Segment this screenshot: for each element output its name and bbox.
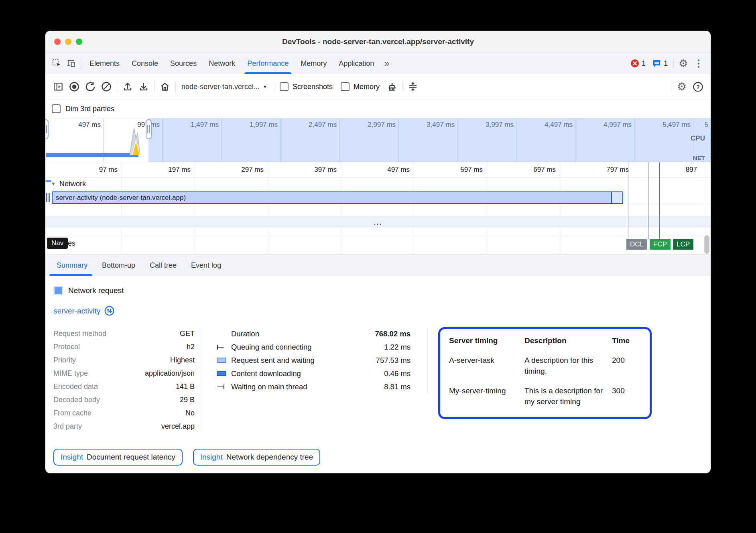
titlebar: DevTools - node-server-tan.vercel.app/se… xyxy=(45,31,711,53)
customize-menu-button[interactable]: ⋮ xyxy=(691,58,707,69)
help-button[interactable]: ? xyxy=(690,79,706,95)
track-resize-handle[interactable] xyxy=(46,193,50,202)
three-dots-icon: ⋮ xyxy=(694,58,703,69)
profile-select[interactable]: node-server-tan.vercel... ▼ xyxy=(178,83,270,91)
fcp-badge[interactable]: FCP xyxy=(650,239,671,250)
memory-checkbox[interactable]: Memory xyxy=(337,82,384,91)
track-overflow-ellipsis[interactable]: … xyxy=(45,217,711,227)
network-request-bar[interactable]: server-activity (node-server-tan.vercel.… xyxy=(52,191,623,204)
network-request-bar-label: server-activity (node-server-tan.vercel.… xyxy=(56,194,186,202)
tab-elements[interactable]: Elements xyxy=(83,53,126,74)
field-row: From cacheNo xyxy=(53,407,195,420)
field-row: Request methodGET xyxy=(53,327,195,340)
home-button[interactable] xyxy=(157,79,173,95)
divider xyxy=(273,81,273,92)
ruler-tick: 97 ms xyxy=(45,162,122,177)
minimize-window-button[interactable] xyxy=(65,39,71,45)
tab-call-tree[interactable]: Call tree xyxy=(142,255,184,276)
inspect-element-button[interactable] xyxy=(49,56,64,71)
message-badge[interactable]: 1 xyxy=(652,59,668,68)
tab-performance[interactable]: Performance xyxy=(241,53,295,74)
save-profile-button[interactable] xyxy=(136,79,152,95)
tab-console[interactable]: Console xyxy=(126,53,164,74)
divider xyxy=(402,81,402,92)
ruler-tick: 297 ms xyxy=(195,162,268,177)
ruler-tick: 597 ms xyxy=(414,162,487,177)
server-timing-section: Server timing Description Time A-server-… xyxy=(428,327,652,419)
close-window-button[interactable] xyxy=(54,39,61,45)
disclosure-triangle-icon: ▼ xyxy=(51,181,56,187)
window-title: DevTools - node-server-tan.vercel.app/se… xyxy=(282,37,474,46)
insight-document-request-latency[interactable]: Insight Document request latency xyxy=(53,449,183,466)
record-and-reload-button[interactable] xyxy=(82,79,98,95)
left-whisker-icon xyxy=(217,344,231,350)
more-tabs-button[interactable]: » xyxy=(380,58,393,69)
gc-button[interactable] xyxy=(384,79,400,95)
detail-ruler: 97 ms 197 ms 297 ms 397 ms 497 ms 597 ms… xyxy=(45,162,711,178)
request-main-thread-tail xyxy=(611,192,622,203)
device-toolbar-icon xyxy=(66,59,76,68)
divider xyxy=(175,81,176,92)
phase-row: Content downloading 0.46 ms xyxy=(217,367,411,380)
vertical-scrollbar[interactable] xyxy=(704,235,709,254)
cpu-activity-peak xyxy=(129,125,144,155)
load-profile-button[interactable] xyxy=(120,79,136,95)
tab-memory[interactable]: Memory xyxy=(295,53,333,74)
network-request-swatch xyxy=(53,286,63,295)
tab-network[interactable]: Network xyxy=(203,53,241,74)
clear-button[interactable] xyxy=(98,79,114,95)
device-toolbar-button[interactable] xyxy=(64,56,78,71)
zoom-window-button[interactable] xyxy=(76,39,82,45)
network-track-header[interactable]: ▼ Network xyxy=(45,177,711,190)
checkbox-box xyxy=(280,82,289,91)
upload-icon xyxy=(122,81,133,92)
event-legend: Network request xyxy=(53,286,711,295)
overview-right-handle[interactable] xyxy=(146,119,152,139)
request-url-link[interactable]: server-activity xyxy=(53,307,100,315)
divider xyxy=(117,81,117,92)
summary-columns: Request methodGET Protocolh2 PriorityHig… xyxy=(53,327,711,433)
field-row: PriorityHighest xyxy=(53,354,195,367)
tab-sources[interactable]: Sources xyxy=(164,53,203,74)
error-badge[interactable]: 1 xyxy=(630,59,646,68)
inspect-cursor-icon xyxy=(52,59,61,68)
timeline-detail[interactable]: 97 ms 197 ms 297 ms 397 ms 497 ms 597 ms… xyxy=(45,162,711,254)
light-bar-icon xyxy=(217,358,231,363)
divider xyxy=(671,81,671,92)
toggle-sidebar-button[interactable] xyxy=(50,79,66,95)
home-icon xyxy=(160,81,170,92)
bottom-panel-tabs: Summary Bottom-up Call tree Event log xyxy=(45,254,711,276)
ruler-tick: 197 ms xyxy=(122,162,195,177)
collapse-sections-button[interactable] xyxy=(405,79,421,95)
svg-text:?: ? xyxy=(696,84,700,90)
traffic-lights xyxy=(54,39,82,45)
phase-row: Request sent and waiting 757.53 ms xyxy=(217,354,411,367)
ruler-tick: 397 ms xyxy=(268,162,341,177)
lcp-badge[interactable]: LCP xyxy=(673,239,693,250)
devtools-window: DevTools - node-server-tan.vercel.app/se… xyxy=(45,31,711,473)
ruler-tick: 897 xyxy=(633,162,711,177)
record-button[interactable] xyxy=(66,79,82,95)
tab-summary[interactable]: Summary xyxy=(49,255,95,276)
dim-3rd-parties-checkbox[interactable] xyxy=(52,104,61,113)
ruler-tick: 697 ms xyxy=(487,162,560,177)
track-edge-handle[interactable] xyxy=(45,180,51,182)
collapse-icon xyxy=(407,81,419,92)
timeline-overview[interactable]: 497 ms 997 ms 1,497 ms 1,997 ms 2,497 ms… xyxy=(45,118,711,162)
chevron-down-icon: ▼ xyxy=(263,84,267,89)
right-whisker-icon xyxy=(217,384,231,390)
server-timing-row: A-server-task A description for this tim… xyxy=(449,355,642,377)
screenshots-checkbox[interactable]: Screenshots xyxy=(276,82,337,91)
tab-application[interactable]: Application xyxy=(333,53,380,74)
dcl-badge[interactable]: DCL xyxy=(626,239,647,250)
panel-settings-button[interactable]: ⚙ xyxy=(674,79,690,95)
gear-icon: ⚙ xyxy=(677,80,687,93)
insight-network-dependency-tree[interactable]: Insight Network dependency tree xyxy=(193,449,321,466)
settings-button[interactable]: ⚙ xyxy=(676,56,691,71)
tab-bottom-up[interactable]: Bottom-up xyxy=(95,255,142,276)
overview-left-handle[interactable] xyxy=(45,119,49,139)
server-timing-row: My-server-timing This is a description f… xyxy=(449,386,642,407)
tab-event-log[interactable]: Event log xyxy=(184,255,228,276)
reveal-in-network-icon[interactable] xyxy=(104,306,114,316)
dark-bar-icon xyxy=(217,371,231,376)
